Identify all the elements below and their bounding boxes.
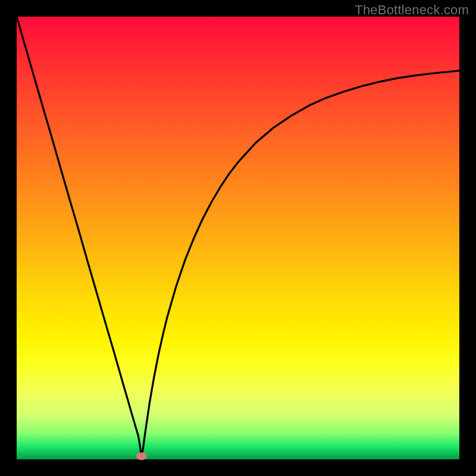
watermark-text: TheBottleneck.com <box>355 2 469 18</box>
chart-frame: TheBottleneck.com <box>0 0 476 476</box>
bottleneck-curve <box>17 17 459 456</box>
plot-area <box>17 17 459 459</box>
curve-layer <box>17 17 459 459</box>
optimum-marker <box>136 452 147 460</box>
